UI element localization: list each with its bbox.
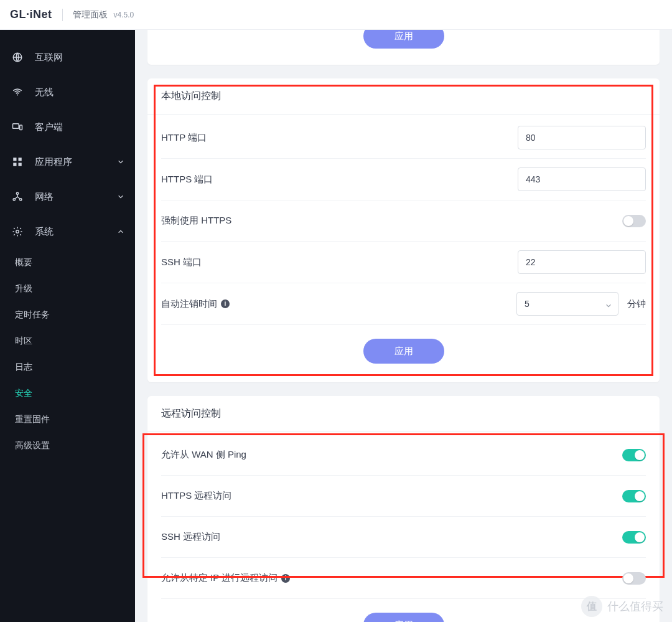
label-auto-logout: 自动注销时间 i <box>161 298 516 310</box>
sidebar-item-apps[interactable]: 应用程序 <box>0 144 135 179</box>
toggle-specific-ip[interactable] <box>622 572 646 585</box>
svg-point-11 <box>16 230 19 233</box>
watermark: 值 什么值得买 <box>581 596 663 617</box>
globe-icon <box>11 52 24 63</box>
svg-rect-4 <box>13 158 16 161</box>
row-ssh-remote: SSH 远程访问 <box>161 517 646 558</box>
sidebar-item-label: 网络 <box>35 191 54 203</box>
row-ssh-port: SSH 端口 <box>161 242 646 283</box>
svg-point-8 <box>16 192 18 194</box>
label-specific-ip-text: 允许从特定 IP 进行远程访问 <box>161 572 278 584</box>
sidebar: 互联网 无线 客户端 应用程序 网 <box>0 30 135 622</box>
chevron-down-icon <box>605 301 612 307</box>
sidebar-item-network[interactable]: 网络 <box>0 179 135 214</box>
select-value: 5 <box>525 299 530 309</box>
chevron-up-icon <box>118 229 124 235</box>
sidebar-sub-overview[interactable]: 概要 <box>0 249 135 275</box>
sidebar-sub-timezone[interactable]: 时区 <box>0 327 135 354</box>
panel-version: v4.5.0 <box>114 11 134 19</box>
sidebar-item-label: 系统 <box>35 226 54 238</box>
apply-button-remote[interactable]: 应用 <box>363 613 444 622</box>
row-http-port: HTTP 端口 <box>161 117 646 159</box>
divider <box>62 9 63 21</box>
topbar: GL·iNet 管理面板 v4.5.0 <box>0 0 672 30</box>
card-remote-access: 远程访问控制 允许从 WAN 侧 Ping HTTPS 远程访问 SSH <box>147 396 660 622</box>
sidebar-item-internet[interactable]: 互联网 <box>0 40 135 75</box>
toggle-force-https[interactable] <box>622 215 646 227</box>
sidebar-item-label: 无线 <box>35 87 54 98</box>
label-https-remote: HTTPS 远程访问 <box>161 490 622 502</box>
sidebar-sub-log[interactable]: 日志 <box>0 354 135 380</box>
watermark-badge: 值 <box>581 596 602 617</box>
svg-rect-7 <box>19 163 22 166</box>
sidebar-sub-cron[interactable]: 定时任务 <box>0 301 135 327</box>
row-https-port: HTTPS 端口 <box>161 159 646 200</box>
sidebar-item-label: 应用程序 <box>35 156 72 168</box>
svg-point-1 <box>17 95 18 96</box>
sidebar-item-clients[interactable]: 客户端 <box>0 110 135 144</box>
sidebar-item-wireless[interactable]: 无线 <box>0 75 135 110</box>
row-https-remote: HTTPS 远程访问 <box>161 476 646 517</box>
apply-button-top[interactable]: 应用 <box>363 30 444 49</box>
svg-rect-3 <box>20 125 22 130</box>
row-force-https: 强制使用 HTTPS <box>161 200 646 242</box>
input-http-port[interactable] <box>518 126 646 149</box>
card-title: 远程访问控制 <box>147 396 660 432</box>
label-ssh-port: SSH 端口 <box>161 257 518 268</box>
devices-icon <box>11 121 24 133</box>
sidebar-item-label: 客户端 <box>35 121 63 133</box>
label-http-port: HTTP 端口 <box>161 132 518 144</box>
svg-rect-2 <box>13 124 19 129</box>
watermark-text: 什么值得买 <box>607 599 663 614</box>
wifi-icon <box>11 87 24 98</box>
sidebar-sub-upgrade[interactable]: 升级 <box>0 275 135 301</box>
toggle-ping-wan[interactable] <box>622 449 646 461</box>
sidebar-sub-security[interactable]: 安全 <box>0 380 135 406</box>
label-force-https: 强制使用 HTTPS <box>161 215 622 227</box>
input-https-port[interactable] <box>518 167 646 191</box>
panel-title: 管理面板 <box>73 9 108 21</box>
row-ping-wan: 允许从 WAN 侧 Ping <box>161 435 646 476</box>
brand-logo: GL·iNet <box>10 8 52 21</box>
input-ssh-port[interactable] <box>518 250 646 274</box>
prev-card-peek: 应用 <box>147 30 660 65</box>
info-icon[interactable]: i <box>221 299 230 308</box>
label-ssh-remote: SSH 远程访问 <box>161 531 622 543</box>
toggle-ssh-remote[interactable] <box>622 531 646 544</box>
unit-minutes: 分钟 <box>627 298 646 310</box>
select-auto-logout[interactable]: 5 <box>516 292 618 316</box>
gear-icon <box>11 226 24 237</box>
chevron-down-icon <box>118 159 124 165</box>
toggle-https-remote[interactable] <box>622 490 646 502</box>
apply-button-local[interactable]: 应用 <box>363 339 444 364</box>
main-content: 应用 本地访问控制 HTTP 端口 HTTPS 端口 <box>135 30 672 622</box>
label-ping-wan: 允许从 WAN 侧 Ping <box>161 449 622 461</box>
svg-rect-5 <box>19 158 22 161</box>
sidebar-sub-advanced[interactable]: 高级设置 <box>0 432 135 458</box>
label-https-port: HTTPS 端口 <box>161 174 518 186</box>
chevron-down-icon <box>118 194 124 200</box>
apps-icon <box>11 156 24 167</box>
card-local-access: 本地访问控制 HTTP 端口 HTTPS 端口 强制使用 HTTPS <box>147 78 660 382</box>
sidebar-item-label: 互联网 <box>35 52 63 64</box>
sidebar-sub-reset[interactable]: 重置固件 <box>0 406 135 432</box>
network-icon <box>11 191 24 202</box>
sidebar-item-system[interactable]: 系统 <box>0 214 135 249</box>
label-auto-logout-text: 自动注销时间 <box>161 298 217 310</box>
row-specific-ip: 允许从特定 IP 进行远程访问 i <box>161 558 646 599</box>
label-specific-ip: 允许从特定 IP 进行远程访问 i <box>161 572 622 584</box>
info-icon[interactable]: i <box>281 574 290 583</box>
svg-rect-6 <box>13 163 16 166</box>
card-title: 本地访问控制 <box>147 78 660 115</box>
row-auto-logout: 自动注销时间 i 5 分钟 <box>161 283 646 325</box>
